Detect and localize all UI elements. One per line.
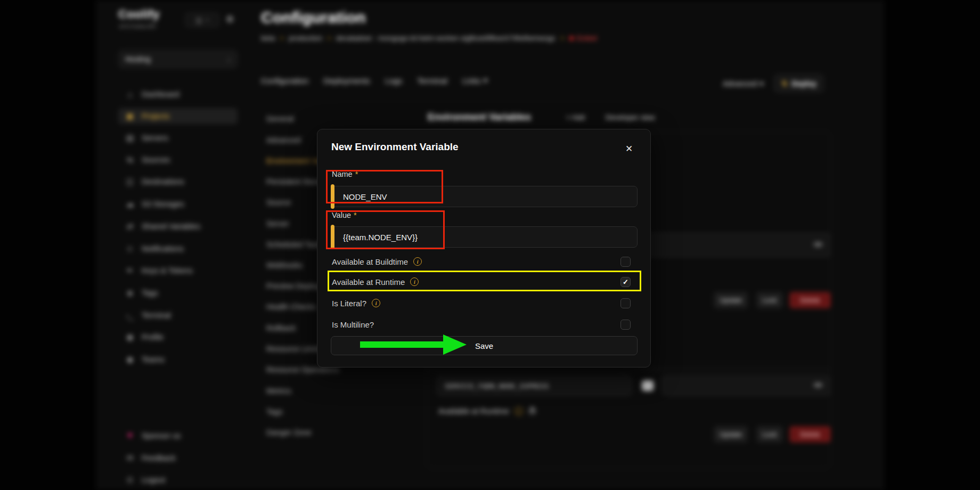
breadcrumb-separator: > [327,34,331,42]
lock-icon [528,406,536,416]
servers-icon: ▤ [125,133,135,143]
breadcrumb-environment[interactable]: production [289,34,322,42]
copy-icon[interactable] [642,380,654,391]
lightning-icon: ↯ [781,79,788,88]
profile-icon: ◉ [125,332,135,342]
sidebar-item-shared-variables[interactable]: ⇄ Shared Variables [118,218,238,234]
add-env-var-button[interactable]: + Add [566,113,585,121]
tab-links[interactable]: Links ▾ [462,76,488,85]
cfg-item-tags[interactable]: Tags [266,405,357,418]
sources-icon: ⇆ [125,155,135,165]
multiline-option-row: Is Multiline? [332,318,638,330]
sidebar-label: Keys & Tokens [142,266,193,275]
coolify-app: Coolify v4.0.0-beta.420 ◫ ◔ ⚙ Hosting ↕ … [0,0,980,490]
sidebar-item-terminal[interactable]: ›_ Terminal [118,307,238,323]
env-name-text: SERVICE_FQDN_NODE_EXPRESS [445,382,549,390]
eye-icon[interactable] [813,382,823,390]
update-button[interactable]: Update [714,426,748,443]
save-button[interactable]: Save [331,336,638,355]
sidebar-item-projects[interactable]: ▣ Projects [118,108,238,124]
env-section-title: Environment Variables [428,112,531,123]
lock-button[interactable]: Lock [756,426,783,443]
projects-icon: ▣ [125,111,135,121]
name-input[interactable] [331,186,638,207]
tab-terminal[interactable]: Terminal [417,76,447,85]
buildtime-checkbox[interactable] [620,257,631,267]
lock-button[interactable]: Lock [756,292,783,308]
sidebar-label: Destinations [142,177,184,186]
literal-checkbox[interactable] [620,298,631,308]
sidebar-item-teams[interactable]: ◆ Teams [118,352,238,368]
env-panel-divider [426,369,831,370]
sidebar-item-destinations[interactable]: ◫ Destinations [118,174,238,190]
breadcrumb-resource[interactable]: devatadoer : mongogo-ld-helm-worker-ulgf… [336,34,556,42]
destinations-icon: ◫ [125,177,135,186]
sidebar-item-logout[interactable]: ⊙ Logout [118,472,238,488]
cfg-item-danger-zone[interactable]: Danger Zone [266,426,357,439]
keys-tokens-icon: ✒ [125,266,135,275]
eye-icon[interactable] [813,241,823,249]
modal-title: New Environment Variable [331,141,459,153]
upgrade-icon[interactable]: ◫ [196,17,202,24]
buildtime-option-row: Available at Buildtime i [332,256,638,267]
runtime-label: Available at Runtime [332,277,405,287]
tab-logs[interactable]: Logs [385,76,403,85]
sidebar-label: Tags [142,289,158,297]
runtime-checkbox[interactable]: ✓ [620,277,631,287]
info-icon[interactable]: i [410,277,419,286]
name-field-wrap [331,186,638,207]
sidebar-top-icons[interactable]: ◫ ◔ [185,13,219,27]
tags-icon: ◈ [125,288,135,298]
env-value-input[interactable] [662,375,831,396]
sidebar-item-tags[interactable]: ◈ Tags [118,285,238,301]
chevron-down-icon: ▾ [484,76,488,85]
info-icon[interactable]: i [372,299,380,307]
settings-gear-icon[interactable]: ⚙ [226,14,234,25]
sidebar-item-dashboard[interactable]: ⌂ Dashboard [118,86,238,102]
sidebar-label: Feedback [142,454,176,462]
info-icon: i [514,407,523,415]
tab-configuration[interactable]: Configuration [261,76,308,85]
sidebar-item-feedback[interactable]: ✉ Feedback [118,450,238,466]
tab-links-label: Links [462,76,481,85]
team-selector[interactable]: Hosting ↕ [118,50,238,68]
sidebar-item-servers[interactable]: ▤ Servers [118,130,238,146]
info-icon[interactable]: i [413,257,422,266]
breadcrumb-project[interactable]: beta [261,34,275,42]
heart-icon: ♥ [125,430,135,441]
sidebar-item-notifications[interactable]: ⍾ Notifications [118,241,238,257]
sidebar-item-sponsor[interactable]: ♥ Sponsor us [118,428,238,444]
value-label: Value* [332,211,357,219]
sidebar-label: Notifications [142,244,184,253]
sidebar-item-profile[interactable]: ◉ Profile [118,329,238,345]
coolify-logo: Coolify [118,7,160,21]
sidebar-item-keys-tokens[interactable]: ✒ Keys & Tokens [118,263,238,279]
deploy-button[interactable]: ↯ Deploy [774,75,823,92]
delete-button[interactable]: Delete [789,426,831,443]
cfg-item-general[interactable]: General [266,112,357,125]
s3-storage-icon: ☁ [125,199,135,209]
sidebar-item-sources[interactable]: ⇆ Sources [118,152,238,168]
advanced-label: Advanced [723,79,757,88]
developer-view-button[interactable]: Developer view [606,113,655,121]
sidebar-label: Dashboard [142,90,179,99]
cfg-item-metrics[interactable]: Metrics [266,385,357,397]
advanced-dropdown[interactable]: Advanced ▾ [723,79,764,88]
sidebar-label: S3 Storages [142,200,184,208]
sidebar-label: Sources [142,156,170,164]
terminal-icon: ›_ [125,311,135,320]
modified-accent-bar [331,225,334,249]
bell-icon[interactable]: ◔ [205,17,209,24]
breadcrumb-separator: > [560,34,565,42]
runtime-option-row: Available at Runtime i ✓ [332,276,638,288]
multiline-checkbox[interactable] [620,320,631,330]
delete-button[interactable]: Delete [789,292,831,308]
value-input[interactable] [331,226,638,248]
sidebar-item-s3-storages[interactable]: ☁ S3 Storages [118,196,238,212]
env-name-input[interactable]: SERVICE_FQDN_NODE_EXPRESS [437,375,632,396]
update-button[interactable]: Update [714,292,748,308]
tab-deployments[interactable]: Deployments [323,76,370,85]
name-label-text: Name [332,170,353,178]
close-icon[interactable]: ✕ [623,142,635,155]
buildtime-label: Available at Buildtime [332,257,408,266]
